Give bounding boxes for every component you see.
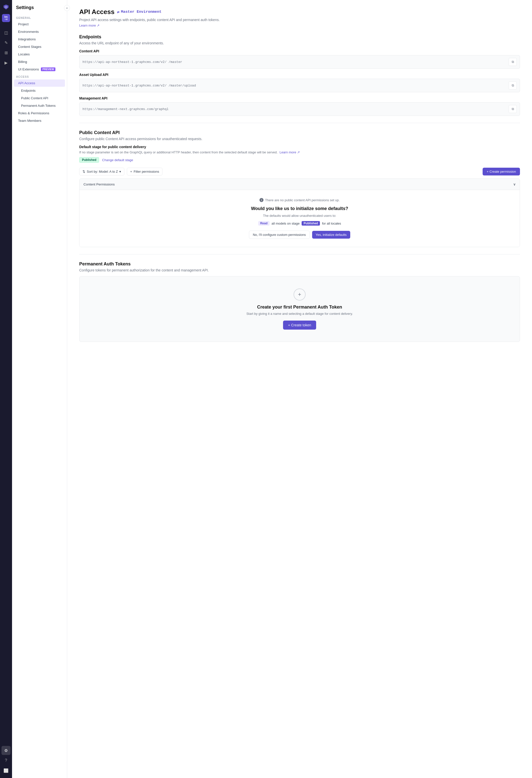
sidebar-item-team-members[interactable]: Team Members: [14, 117, 65, 124]
content-api-url-field: https://api-ap-northeast-1.graphcms.com/…: [79, 55, 520, 69]
filter-plus-icon: +: [130, 170, 132, 173]
pat-section-title: Permanent Auth Tokens: [79, 261, 520, 267]
filter-permissions-button[interactable]: + Filter permissions: [127, 168, 162, 175]
pin-icon[interactable]: ⊞: [1, 48, 10, 57]
stage-desc: If no stage parameter is set on the Grap…: [79, 150, 520, 154]
management-api-label: Management API: [79, 96, 520, 100]
pat-create-title: Create your first Permanent Auth Token: [85, 305, 514, 310]
copy-asset-api-button[interactable]: ⧉: [509, 81, 517, 89]
asset-upload-api-label: Asset Upload API: [79, 73, 520, 77]
defaults-title: Would you like us to initialize some def…: [85, 206, 514, 211]
preview-badge: PREVIEW: [41, 67, 55, 71]
chat-icon[interactable]: ⬜: [1, 766, 10, 775]
sidebar-item-environments[interactable]: Environments: [14, 28, 65, 35]
stage-info-label: Default stage for public content deliver…: [79, 145, 520, 149]
sidebar-item-permanent-auth-tokens[interactable]: Permanent Auth Tokens: [14, 102, 65, 109]
collapse-button[interactable]: «: [64, 5, 70, 11]
create-permission-button[interactable]: + Create permission: [482, 168, 520, 175]
external-link-icon-2: ↗: [297, 150, 300, 154]
defaults-desc: The defaults would allow unauthenticated…: [85, 214, 514, 218]
read-badge: Read: [258, 221, 270, 226]
create-token-button[interactable]: + Create token: [283, 321, 316, 330]
sidebar-item-ui-extensions[interactable]: UI Extensions PREVIEW: [14, 66, 65, 73]
settings-icon[interactable]: ⚙: [1, 746, 10, 755]
permissions-header: Content Permissions ∨: [79, 179, 520, 190]
pat-section-subtitle: Configure tokens for permanent authoriza…: [79, 268, 520, 272]
main-content: API Access ⇄ Master Environment Project …: [67, 0, 532, 778]
no-configure-button[interactable]: No, I'll configure custom permissions: [249, 231, 309, 239]
no-permissions-info: i There are no public content API permis…: [85, 198, 514, 202]
endpoints-section-subtitle: Access the URL endpoint of any of your e…: [79, 41, 520, 45]
asset-upload-api-url: https://api-ap-northeast-1.graphcms.com/…: [82, 84, 507, 87]
play-icon[interactable]: ▶: [1, 58, 10, 67]
sort-icon: ⇅: [82, 170, 85, 173]
env-name: Master Environment: [121, 10, 161, 14]
app-logo[interactable]: [2, 3, 10, 11]
sidebar-item-api-access[interactable]: API Access: [14, 79, 65, 87]
asset-upload-api-url-field: https://api-ap-northeast-1.graphcms.com/…: [79, 79, 520, 92]
help-icon[interactable]: ?: [1, 756, 10, 765]
page-header: API Access ⇄ Master Environment: [79, 8, 520, 16]
general-section-label: General: [12, 14, 67, 20]
sidebar-item-content-stages[interactable]: Content Stages: [14, 43, 65, 50]
sidebar-item-project[interactable]: Project: [14, 20, 65, 28]
sidebar-title: Settings: [12, 5, 67, 14]
sidebar: « Settings General Project Environments …: [12, 0, 67, 778]
pat-create-desc: Start by giving it a name and selecting …: [85, 312, 514, 316]
external-link-icon: ↗: [97, 23, 99, 27]
endpoints-section-title: Endpoints: [79, 34, 520, 40]
sidebar-item-endpoints[interactable]: Endpoints: [14, 87, 65, 94]
management-api-url-field: https://management-next.graphcms.com/gra…: [79, 102, 520, 116]
chevron-collapse-icon[interactable]: ∨: [513, 182, 516, 186]
env-icon: ⇄: [117, 9, 120, 14]
sort-button[interactable]: ⇅ Sort by: Model: A to Z ▾: [79, 168, 124, 175]
defaults-actions: No, I'll configure custom permissions Ye…: [85, 231, 514, 239]
permissions-body: i There are no public content API permis…: [79, 190, 520, 247]
icon-bar: Im ~M ◫ ✎ ⊞ ▶ ⚙ ? ⬜: [0, 0, 12, 778]
environment-badge: ⇄ Master Environment: [117, 9, 162, 14]
layers-icon[interactable]: ◫: [1, 28, 10, 37]
section-divider-1: [79, 123, 520, 123]
page-subtitle: Project API access settings with endpoin…: [79, 18, 520, 22]
info-icon: i: [259, 198, 263, 202]
plus-circle-icon: +: [294, 289, 306, 301]
sidebar-item-public-content-api[interactable]: Public Content API: [14, 94, 65, 102]
public-content-api-subtitle: Configure public Content API access perm…: [79, 137, 520, 141]
management-api-url: https://management-next.graphcms.com/gra…: [82, 107, 507, 111]
content-api-url: https://api-ap-northeast-1.graphcms.com/…: [82, 60, 507, 64]
defaults-row: Read all models on stage Published for a…: [85, 221, 514, 226]
sidebar-item-locales[interactable]: Locales: [14, 51, 65, 58]
permissions-toolbar: ⇅ Sort by: Model: A to Z ▾ + Filter perm…: [79, 168, 520, 175]
copy-icon: ⧉: [512, 60, 514, 64]
published-badge-purple: Published: [302, 221, 320, 226]
pat-empty-container: + Create your first Permanent Auth Token…: [79, 276, 520, 342]
edit-icon[interactable]: ✎: [1, 38, 10, 47]
yes-initialize-button[interactable]: Yes, initialize defaults: [312, 231, 350, 239]
content-api-label: Content API: [79, 49, 520, 53]
page-title: API Access: [79, 8, 115, 16]
avatar[interactable]: Im ~M: [2, 14, 10, 22]
sidebar-item-integrations[interactable]: Integrations: [14, 35, 65, 43]
learn-more-link[interactable]: Learn more ↗: [79, 23, 99, 27]
access-section-label: Access: [12, 73, 67, 79]
permissions-panel: Content Permissions ∨ i There are no pub…: [79, 178, 520, 247]
public-content-api-title: Public Content API: [79, 130, 520, 135]
sidebar-item-roles-permissions[interactable]: Roles & Permissions: [14, 109, 65, 117]
sidebar-item-billing[interactable]: Billing: [14, 58, 65, 65]
chevron-down-icon: ▾: [119, 170, 121, 173]
copy-management-api-button[interactable]: ⧉: [509, 105, 517, 113]
change-default-stage-link[interactable]: Change default stage: [102, 158, 133, 162]
copy-icon-2: ⧉: [512, 83, 514, 87]
stage-row: Published Change default stage: [79, 157, 520, 163]
stage-learn-more-link[interactable]: Learn more ↗: [280, 150, 300, 154]
published-stage-badge: Published: [79, 157, 99, 163]
copy-icon-3: ⧉: [512, 107, 514, 111]
copy-content-api-button[interactable]: ⧉: [509, 58, 517, 66]
section-divider-2: [79, 254, 520, 254]
